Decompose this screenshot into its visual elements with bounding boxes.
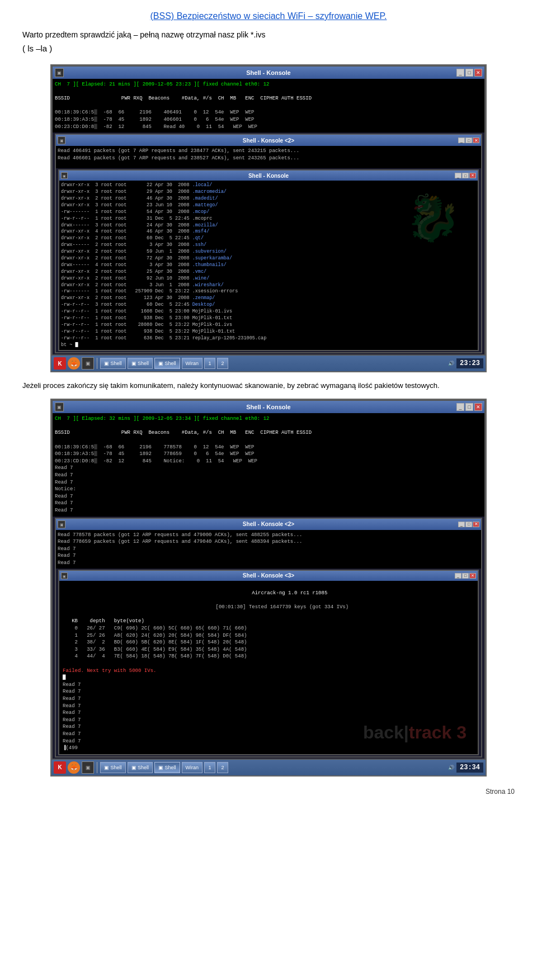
inner-window-2-ss1: ▣ Shell - Konsole _ □ ✕ 🐉 drwxr-xr-x 3 r…: [58, 169, 479, 351]
inner-icon-2: ▣: [61, 172, 68, 179]
taskbar-sep-2: [97, 762, 97, 773]
close-btn-outer-2[interactable]: ✕: [474, 403, 482, 411]
sys-icon-2: 🔊: [448, 765, 454, 770]
maximize-btn-inner1[interactable]: □: [465, 138, 472, 143]
min-btn-ss2-inner2[interactable]: _: [455, 573, 461, 579]
max-btn-ss2-inner1[interactable]: □: [465, 522, 472, 527]
taskbar-btn-wiran-1[interactable]: Wiran: [182, 358, 203, 369]
min-btn-ss2-inner1[interactable]: _: [458, 522, 465, 527]
between-text: Jeżeli proces zakończy się takim komunik…: [22, 380, 515, 392]
command-text: ( ls –la ): [22, 44, 515, 53]
inner-icon-ss2-1: ▣: [58, 520, 65, 528]
outer-terminal-1: CH 7 ][ Elapsed: 21 mins ][ 2009-12-05 2…: [53, 79, 484, 132]
outer-window-chrome-2: ▣ Shell - Konsole _ □ ✕: [53, 401, 484, 413]
taskbar-icon-fox-1: 🦊: [68, 357, 80, 370]
taskbar-right-2: 🔊 23:34: [448, 763, 483, 773]
inner-window-chrome-ss2-2: ▣ Shell - Konsole <3> _ □ ✕: [59, 571, 478, 581]
taskbar-num-1-2[interactable]: 1: [204, 762, 215, 773]
inner-window-chrome-ss2-1: ▣ Shell - Konsole <2> _ □ ✕: [56, 519, 481, 530]
taskbar-1: K 🦊 ▣ ▣ Shell ▣ Shell ▣ Shell Wiran 1 2 …: [51, 356, 486, 371]
close-btn-ss2-inner2[interactable]: ✕: [469, 573, 476, 579]
outer-window-title-2: Shell - Konsole: [246, 404, 290, 410]
outer-window-icon-1: ▣: [55, 68, 64, 77]
outer-window-2: ▣ Shell - Konsole _ □ ✕ CH 7 ][ Elapsed:…: [51, 400, 486, 760]
inner-icon-ss2-2: ▣: [61, 572, 68, 579]
inner-title-ss2-2: Shell - Konsole <3>: [243, 572, 294, 579]
min-btn-inner2[interactable]: _: [455, 173, 461, 178]
taskbar-icon-kali-2: K: [54, 761, 66, 774]
outer-window-title-1: Shell - Konsole: [246, 69, 290, 76]
taskbar-icon-term-2: ▣: [82, 761, 94, 774]
outer-terminal-2: CH 7 ][ Elapsed: 32 mins ][ 2009-12-05 2…: [53, 413, 484, 516]
inner-window-1-ss2: ▣ Shell - Konsole <2> _ □ ✕ Read 778578 …: [55, 518, 482, 758]
taskbar-btn-shell3-2[interactable]: ▣ Shell: [154, 762, 180, 773]
taskbar-btn-shell2-2[interactable]: ▣ Shell: [128, 762, 153, 773]
taskbar-icon-fox-2: 🦊: [68, 761, 80, 774]
maximize-btn-outer-2[interactable]: □: [465, 403, 473, 411]
taskbar-clock-2: 23:34: [456, 763, 483, 773]
taskbar-icon-kali-1: K: [54, 357, 66, 370]
taskbar-right-1: 🔊 23:23: [448, 358, 483, 368]
inner-terminal-1: Read 406491 packets (got 7 ARP requests …: [56, 146, 481, 168]
taskbar-icon-term-1: ▣: [82, 357, 94, 370]
close-btn-ss2-inner1[interactable]: ✕: [473, 522, 479, 527]
minimize-btn-inner1[interactable]: _: [458, 138, 465, 143]
inner-icon-1: ▣: [58, 136, 65, 144]
screenshot-2: ▣ Shell - Konsole _ □ ✕ CH 7 ][ Elapsed:…: [50, 399, 487, 777]
outer-window-icon-2: ▣: [55, 403, 64, 411]
outer-window-1: ▣ Shell - Konsole _ □ ✕ CH 7 ][ Elapsed:…: [51, 65, 486, 356]
max-btn-inner2[interactable]: □: [462, 173, 469, 178]
taskbar-btn-shell2-1[interactable]: ▣ Shell: [128, 358, 153, 369]
close-btn-inner1[interactable]: ✕: [473, 138, 479, 143]
inner-window-1-ss1: ▣ Shell - Konsole <2> _ □ ✕ Read 406491 …: [55, 134, 482, 353]
inner-title-1: Shell - Konsole <2>: [243, 138, 294, 144]
taskbar-num-1-1[interactable]: 1: [204, 358, 215, 369]
minimize-btn-outer-2[interactable]: _: [456, 403, 464, 411]
inner-window-2-ss2: ▣ Shell - Konsole <3> _ □ ✕ back|track 3…: [58, 570, 479, 755]
taskbar-2: K 🦊 ▣ ▣ Shell ▣ Shell ▣ Shell Wiran 1 2 …: [51, 760, 486, 775]
screenshot-1: ▣ Shell - Konsole _ □ ✕ CH 7 ][ Elapsed:…: [50, 64, 487, 372]
inner-window-chrome-1: ▣ Shell - Konsole <2> _ □ ✕: [56, 135, 481, 146]
taskbar-btn-wiran-2[interactable]: Wiran: [182, 762, 203, 773]
max-btn-ss2-inner2[interactable]: □: [462, 573, 469, 579]
inner-title-2: Shell - Konsole: [248, 173, 289, 179]
taskbar-btn-shell1-1[interactable]: ▣ Shell: [100, 358, 126, 369]
intro-text: Warto przedtem sprawdzić jaką – pełną na…: [22, 30, 515, 39]
taskbar-clock-1: 23:23: [456, 358, 483, 368]
outer-window-chrome-1: ▣ Shell - Konsole _ □ ✕: [53, 67, 484, 79]
close-btn-inner2[interactable]: ✕: [469, 173, 476, 178]
taskbar-btn-shell3-1[interactable]: ▣ Shell: [154, 358, 180, 369]
close-btn-outer-1[interactable]: ✕: [474, 69, 482, 77]
inner-terminal-2-body: 🐉 drwxr-xr-x 3 root root 22 Apr 30 2008 …: [59, 181, 478, 350]
taskbar-sep-1: [97, 358, 97, 369]
sys-icon-1: 🔊: [448, 361, 454, 366]
inner-terminal-ss2-2-body: back|track 3 Aircrack-ng 1.0 rc1 r1085 […: [59, 581, 478, 754]
minimize-btn-outer-1[interactable]: _: [456, 69, 464, 77]
taskbar-num-2-1[interactable]: 2: [217, 358, 228, 369]
page-title: (BSS) Bezpieczeństwo w sieciach WiFi – s…: [22, 11, 515, 21]
inner-window-chrome-2: ▣ Shell - Konsole _ □ ✕: [59, 171, 478, 181]
inner-terminal-ss2-1: Read 778578 packets (got 12 ARP requests…: [56, 530, 481, 569]
maximize-btn-outer-1[interactable]: □: [465, 69, 473, 77]
taskbar-btn-shell1-2[interactable]: ▣ Shell: [100, 762, 126, 773]
taskbar-num-2-2[interactable]: 2: [217, 762, 228, 773]
page-number: Strona 10: [22, 788, 515, 796]
inner-title-ss2-1: Shell - Konsole <2>: [243, 521, 294, 527]
